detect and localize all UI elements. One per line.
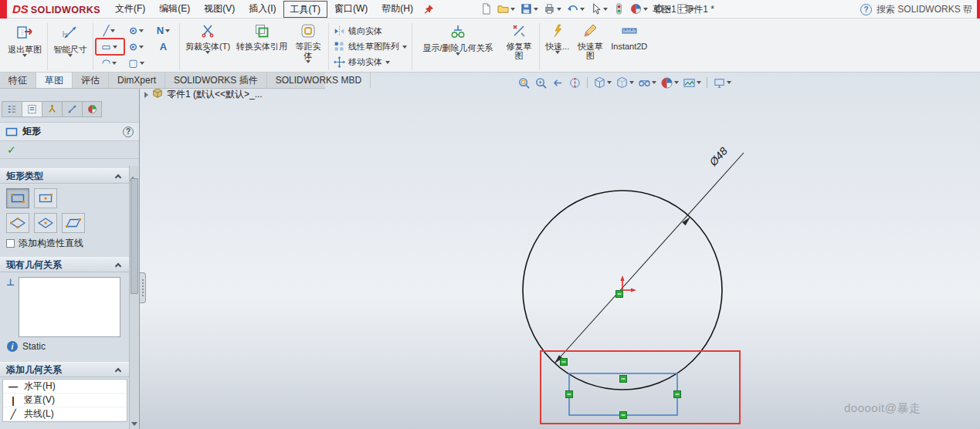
tab-dimxpert[interactable]: DimXpert: [109, 73, 165, 88]
edit-appearance-button[interactable]: [629, 2, 649, 16]
repair-sketch-button[interactable]: 修复草图: [501, 22, 537, 60]
tab-display-manager[interactable]: [82, 101, 102, 117]
tree-expand-icon[interactable]: [144, 92, 148, 98]
spline-tool-button[interactable]: N: [150, 22, 177, 39]
line-tool-button[interactable]: ╱: [96, 22, 123, 39]
section-existing-relations[interactable]: 现有几何关系: [0, 257, 139, 272]
origin-coincident-marker[interactable]: [616, 291, 623, 298]
display-delete-relations-button[interactable]: 显示/删除几何关系: [415, 22, 501, 56]
rapid-sketch-button[interactable]: 快速草图: [572, 22, 608, 60]
tab-configuration-manager[interactable]: [42, 101, 62, 117]
graphics-area[interactable]: Ø48: [140, 73, 980, 429]
add-construction-lines-option[interactable]: 添加构造性直线: [6, 238, 133, 249]
select-cursor-button[interactable]: [588, 2, 609, 16]
add-construction-checkbox[interactable]: [6, 239, 15, 248]
tab-feature-manager[interactable]: [2, 101, 22, 117]
ellipse-tool-button[interactable]: ⊙: [123, 39, 150, 55]
bottom-midpoint-handle[interactable]: [620, 412, 627, 419]
offset-dropdown[interactable]: [306, 60, 310, 63]
collapse-chevron-icon[interactable]: [115, 262, 121, 269]
edit-appearance-hud-button[interactable]: [660, 76, 680, 90]
circle-tool-button[interactable]: ⊙: [123, 22, 150, 39]
new-document-button[interactable]: [479, 2, 493, 16]
parallelogram-button[interactable]: [62, 213, 85, 233]
search-area[interactable]: ? 搜索 SOLIDWORKS 帮: [860, 0, 972, 19]
relation-horizontal[interactable]: — 水平(H): [3, 380, 127, 394]
menu-insert[interactable]: 插入(I): [242, 0, 283, 18]
section-add-relations[interactable]: 添加几何关系: [0, 362, 139, 377]
trim-entities-button[interactable]: 剪裁实体(T): [182, 22, 233, 54]
sketch-origin[interactable]: [620, 275, 636, 292]
three-point-corner-rectangle-button[interactable]: [6, 213, 29, 233]
panel-splitter-grip[interactable]: [140, 272, 146, 303]
open-document-button[interactable]: [496, 2, 517, 16]
center-rectangle-button[interactable]: [34, 188, 57, 208]
left-midpoint-handle[interactable]: [566, 391, 573, 398]
tab-features[interactable]: 特征: [0, 73, 36, 88]
ok-check-button[interactable]: ✓: [7, 144, 16, 156]
slot-tool-button[interactable]: ▢: [123, 55, 150, 71]
collapse-chevron-icon[interactable]: [115, 367, 121, 373]
search-input[interactable]: 搜索 SOLIDWORKS 帮: [877, 3, 972, 16]
rectangle-tool-button[interactable]: ▭: [96, 39, 123, 55]
three-point-center-rectangle-button[interactable]: [34, 213, 57, 233]
zoom-to-fit-button[interactable]: [517, 76, 531, 90]
flyout-feature-tree[interactable]: 零件1 (默认<<默认>_...: [144, 88, 263, 101]
relation-vertical[interactable]: | 竖直(V): [3, 394, 127, 407]
dimension-text[interactable]: Ø48: [707, 144, 730, 168]
menu-tools[interactable]: 工具(T): [283, 1, 327, 18]
undo-button[interactable]: [565, 2, 586, 16]
panel-scrollbar[interactable]: [129, 166, 139, 429]
print-button[interactable]: [542, 2, 563, 16]
exit-sketch-dropdown[interactable]: [22, 54, 27, 57]
corner-on-circle-marker[interactable]: [561, 359, 568, 366]
offset-entities-button[interactable]: 等距实体: [290, 22, 326, 63]
previous-view-button[interactable]: [551, 76, 565, 90]
exit-sketch-button[interactable]: 退出草图: [5, 22, 45, 57]
top-midpoint-handle[interactable]: [620, 376, 627, 383]
tab-solidworks-mbd[interactable]: SOLIDWORKS MBD: [267, 73, 371, 88]
save-button[interactable]: [519, 2, 540, 16]
display-style-button[interactable]: [615, 76, 635, 90]
hide-show-items-button[interactable]: [637, 76, 657, 90]
menu-file[interactable]: 文件(F): [108, 0, 152, 18]
collapse-chevron-icon[interactable]: [115, 174, 121, 180]
relation-collinear[interactable]: ╱ 共线(L): [3, 407, 127, 421]
diameter-dimension-line[interactable]: [554, 153, 744, 363]
relations-listbox[interactable]: [19, 277, 120, 337]
part-name-label[interactable]: 零件1 (默认<<默认>_...: [167, 88, 263, 101]
menu-help[interactable]: 帮助(H): [375, 0, 420, 18]
section-rectangle-type[interactable]: 矩形类型: [0, 168, 139, 184]
display-relations-dropdown[interactable]: [456, 52, 460, 56]
smart-dimension-button[interactable]: 智能尺寸: [50, 22, 90, 57]
view-orientation-button[interactable]: [592, 76, 612, 90]
mirror-entities-button[interactable]: 镜向实体: [334, 25, 407, 37]
arc-tool-button[interactable]: ◠: [96, 55, 123, 71]
text-tool-button[interactable]: A: [150, 39, 177, 55]
right-midpoint-handle[interactable]: [674, 391, 681, 398]
smart-dimension-dropdown[interactable]: [68, 54, 73, 57]
help-icon[interactable]: ?: [860, 4, 872, 15]
tab-evaluate[interactable]: 评估: [73, 73, 109, 88]
tab-dimxpert-manager[interactable]: [62, 101, 82, 117]
view-settings-button[interactable]: [712, 76, 732, 90]
move-entities-button[interactable]: 移动实体: [334, 56, 407, 68]
menu-view[interactable]: 视图(V): [197, 0, 242, 18]
fillet-tool-button[interactable]: [150, 55, 177, 71]
quick-snaps-dropdown[interactable]: [555, 51, 560, 54]
scrollbar-thumb[interactable]: [131, 178, 138, 294]
pin-menu-icon[interactable]: [423, 4, 434, 15]
tab-solidworks-addins[interactable]: SOLIDWORKS 插件: [165, 73, 267, 88]
convert-entities-button[interactable]: 转换实体引用: [233, 22, 290, 51]
apply-scene-button[interactable]: [682, 76, 702, 90]
zoom-to-area-button[interactable]: [534, 76, 548, 90]
rebuild-button[interactable]: [612, 2, 626, 16]
menu-window[interactable]: 窗口(W): [327, 0, 375, 18]
section-view-button[interactable]: [568, 76, 582, 90]
trim-dropdown[interactable]: [205, 51, 210, 54]
scroll-down-icon[interactable]: [131, 422, 137, 426]
quick-snaps-button[interactable]: 快速...: [542, 22, 572, 54]
menu-edit[interactable]: 编辑(E): [152, 0, 197, 18]
panel-help-icon[interactable]: ?: [123, 127, 134, 137]
tab-sketch[interactable]: 草图: [36, 73, 73, 88]
